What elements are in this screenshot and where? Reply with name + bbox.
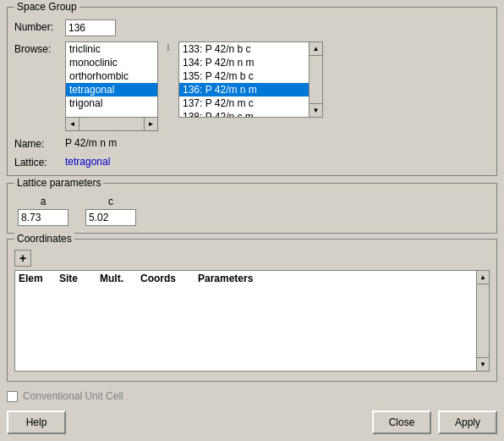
scrollbar-down-btn[interactable]: ▼ xyxy=(310,103,322,117)
lattice-c-input[interactable] xyxy=(85,209,136,226)
space-group-title: Space Group xyxy=(14,1,79,13)
list-item-selected[interactable]: tetragonal xyxy=(66,83,157,96)
coord-scroll-down[interactable]: ▼ xyxy=(477,357,489,371)
col-coords-header: Coords xyxy=(140,273,191,284)
lattice-params-section: Lattice parameters a c xyxy=(7,183,497,234)
list-item[interactable]: 133: P 42/n b c xyxy=(179,42,309,56)
conventional-unit-cell-row: Conventional Unit Cell xyxy=(7,390,497,402)
list-item[interactable]: 135: P 42/m b c xyxy=(179,69,309,83)
sg-scrollbar[interactable]: ▲ ▼ xyxy=(310,41,323,118)
btn-right-group: Close Apply xyxy=(372,411,497,434)
lattice-params-inner: a c xyxy=(14,189,490,226)
list-item[interactable]: triclinic xyxy=(66,42,157,56)
list-item[interactable]: trigonal xyxy=(66,96,157,110)
space-group-list[interactable]: 133: P 42/n b c 134: P 42/n n m 135: P 4… xyxy=(178,41,310,118)
name-row: Name: P 42/m n m xyxy=(14,136,490,150)
help-button[interactable]: Help xyxy=(7,411,66,434)
col-params-header: Parameters xyxy=(198,273,266,284)
lattice-a-input[interactable] xyxy=(18,209,68,226)
col-site-header: Site xyxy=(59,273,93,284)
scroll-left-btn[interactable]: ◄ xyxy=(66,118,79,130)
browse-row: Browse: triclinic monoclinic orthorhombi… xyxy=(14,41,490,131)
lattice-row: Lattice: tetragonal xyxy=(14,155,490,168)
lattice-value: tetragonal xyxy=(65,156,110,168)
name-label: Name: xyxy=(14,136,65,150)
browse-label: Browse: xyxy=(14,41,65,55)
list-item[interactable]: 134: P 42/n n m xyxy=(179,56,309,69)
coord-table[interactable]: Elem Site Mult. Coords Parameters xyxy=(14,270,490,372)
lp-headers: a c xyxy=(14,196,490,207)
list-item[interactable]: orthorhombic xyxy=(66,69,157,83)
coordinates-section: Coordinates + Elem Site Mult. Coords Par… xyxy=(7,239,497,382)
list-item-selected[interactable]: 136: P 42/m n m xyxy=(179,83,309,96)
dialog: Space Group Number: Browse: triclinic mo… xyxy=(0,0,504,441)
scroll-marker: I xyxy=(162,41,175,52)
col-mult-header: Mult. xyxy=(100,273,134,284)
coord-scrollbar[interactable]: ▲ ▼ xyxy=(476,270,490,372)
conventional-unit-cell-label: Conventional Unit Cell xyxy=(23,390,123,402)
number-input[interactable] xyxy=(65,19,116,36)
close-button[interactable]: Close xyxy=(372,411,431,434)
coord-scroll-up[interactable]: ▲ xyxy=(477,271,489,284)
number-label: Number: xyxy=(14,19,65,33)
conventional-unit-cell-checkbox[interactable] xyxy=(7,391,18,402)
number-row: Number: xyxy=(14,19,490,36)
lattice-params-title: Lattice parameters xyxy=(14,177,103,189)
col-a-header: a xyxy=(18,196,68,207)
coord-toolbar: + xyxy=(14,248,490,270)
bottom-buttons: Help Close Apply xyxy=(7,411,497,434)
coordinates-title: Coordinates xyxy=(14,233,74,245)
scroll-right-btn[interactable]: ► xyxy=(144,118,157,130)
coord-table-header: Elem Site Mult. Coords Parameters xyxy=(15,271,489,286)
space-group-section: Space Group Number: Browse: triclinic mo… xyxy=(7,7,497,176)
col-elem-header: Elem xyxy=(19,273,52,284)
vertical-scroll: I xyxy=(162,41,175,118)
lp-inputs xyxy=(14,209,490,226)
lattice-label: Lattice: xyxy=(14,155,65,168)
list-item[interactable]: 137: P 42/n m c xyxy=(179,96,309,110)
list-item[interactable]: monoclinic xyxy=(66,56,157,69)
coord-table-container: Elem Site Mult. Coords Parameters ▲ ▼ xyxy=(14,270,490,372)
list-item[interactable]: 138: P 42/n c m xyxy=(179,110,309,118)
name-value: P 42/m n m xyxy=(65,137,117,149)
browse-area: triclinic monoclinic orthorhombic tetrag… xyxy=(65,41,323,131)
crystal-system-list[interactable]: triclinic monoclinic orthorhombic tetrag… xyxy=(65,41,158,118)
col-c-header: c xyxy=(85,196,136,207)
add-coord-button[interactable]: + xyxy=(14,250,31,267)
apply-button[interactable]: Apply xyxy=(438,411,497,434)
scrollbar-up-btn[interactable]: ▲ xyxy=(310,42,322,56)
